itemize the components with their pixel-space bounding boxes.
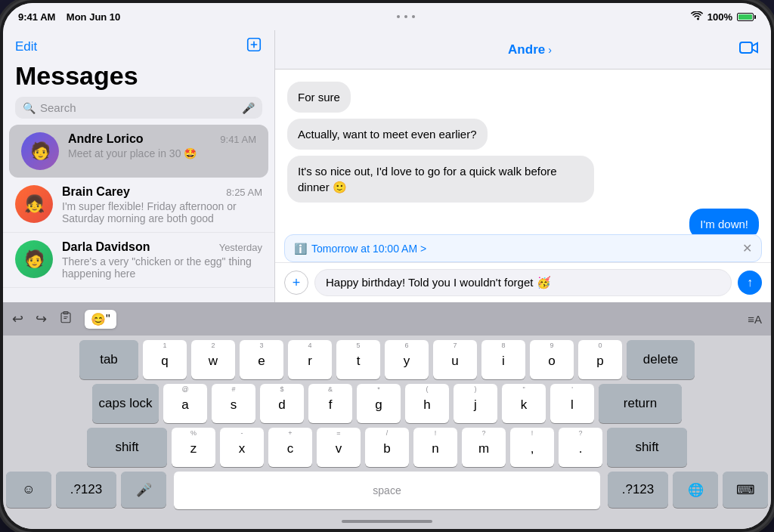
key-v[interactable]: = v [317,428,361,467]
edit-button[interactable]: Edit [15,39,37,54]
toolbar-left: ↩ ↪ 😊" [12,310,116,329]
key-i[interactable]: 8 i [481,340,525,379]
key-c[interactable]: + c [268,428,312,467]
key-m[interactable]: ? m [462,428,506,467]
key-g[interactable]: * g [357,384,401,423]
conv-header-darla: Darla Davidson Yesterday [62,240,262,254]
home-bar [342,520,432,523]
status-right: 100% [691,11,756,23]
key-k[interactable]: " k [502,384,546,423]
conv-header-brain: Brain Carey 8:25 AM [62,185,262,199]
key-comma[interactable]: ! , [510,428,554,467]
avatar-brian: 👧 [15,185,53,223]
conversation-list: 🧑 Andre Lorico 9:41 AM Meet at your plac… [3,125,274,302]
mic-icon[interactable]: 🎤 [242,102,255,114]
conv-time-andre: 9:41 AM [220,134,256,145]
key-a[interactable]: @ a [163,384,207,423]
key-row-2: caps lock @ a # s $ d & [6,384,768,423]
emoji-key[interactable]: ☺ [6,472,51,508]
dot-3 [412,15,415,18]
conversation-item-andre[interactable]: 🧑 Andre Lorico 9:41 AM Meet at your plac… [9,125,268,178]
key-s[interactable]: # s [212,384,255,423]
key-w[interactable]: 2 w [191,340,235,379]
key-t[interactable]: 5 t [336,340,380,379]
keyboard-rows: tab 1 q 2 w 3 e 4 [3,336,771,509]
key-u[interactable]: 7 u [433,340,477,379]
space-key[interactable]: space [174,472,600,509]
return-key[interactable]: return [599,384,682,423]
conversation-item-brain[interactable]: 👧 Brain Carey 8:25 AM I'm super flexible… [3,178,274,233]
key-q[interactable]: 1 q [143,340,187,379]
svg-rect-1 [740,42,752,53]
key-x[interactable]: - x [220,428,264,467]
message-3: It's so nice out, I'd love to go for a q… [287,156,594,203]
emoji-suggestion[interactable]: 😊" [85,310,116,329]
num-left-key[interactable]: .?123 [56,472,116,508]
key-b[interactable]: / b [365,428,409,467]
add-attachment-button[interactable]: + [284,271,308,295]
chat-panel: Andre › For sure Actuall [275,30,771,302]
key-p[interactable]: 0 p [578,340,622,379]
key-l[interactable]: ' l [550,384,594,423]
redo-button[interactable]: ↪ [36,311,47,327]
message-1: For sure [287,82,351,113]
caps-lock-key[interactable]: caps lock [92,384,159,423]
conv-time-brain: 8:25 AM [226,187,262,198]
tab-key[interactable]: tab [79,340,138,379]
search-bar[interactable]: 🔍 Search 🎤 [15,97,262,119]
ipad-device: 9:41 AM Mon Jun 10 100% [0,0,774,532]
format-button[interactable]: ≡A [748,313,762,326]
intl-key[interactable]: 🌐 [673,472,718,508]
chat-contact-name[interactable]: Andre [508,42,545,57]
conv-preview-brain: I'm super flexible! Friday afternoon or … [62,200,262,224]
key-h[interactable]: ( h [405,384,449,423]
battery-icon [737,13,756,21]
avatar-darla: 🧑 [15,240,53,278]
hide-keyboard-key[interactable]: ⌨ [723,472,768,508]
home-indicator [3,514,771,529]
mic-key[interactable]: 🎤 [121,472,166,508]
key-f[interactable]: & f [308,384,352,423]
left-shift-key[interactable]: shift [87,428,167,467]
compose-button[interactable] [246,36,262,57]
key-r[interactable]: 4 r [288,340,332,379]
reminder-text: Tomorrow at 10:00 AM > [311,243,426,255]
chevron-right-icon: › [548,44,552,56]
message-input-field[interactable]: Happy birthday! Told you I wouldn't forg… [314,269,732,296]
delete-key[interactable]: delete [627,340,695,379]
key-row-bottom: ☺ .?123 🎤 space .?123 🌐 [6,472,768,509]
conv-content-andre: Andre Lorico 9:41 AM Meet at your place … [68,132,256,170]
key-row-3: shift % z - x + c = [6,428,768,467]
chat-header-center: Andre › [508,42,552,57]
send-message-button[interactable]: ↑ [738,271,762,295]
key-z[interactable]: % z [172,428,215,467]
device-screen: 9:41 AM Mon Jun 10 100% [3,3,771,529]
reminder-banner[interactable]: ℹ️ Tomorrow at 10:00 AM > ✕ [284,234,762,262]
messages-sidebar: Edit Messages 🔍 Search 🎤 [3,30,275,302]
video-call-button[interactable] [739,40,759,60]
avatar-andre: 🧑 [21,132,59,170]
key-y[interactable]: 6 y [385,340,429,379]
key-period[interactable]: ? . [559,428,602,467]
key-n[interactable]: ! n [413,428,457,467]
message-2: Actually, want to meet even earlier? [287,119,488,150]
reminder-close-button[interactable]: ✕ [742,241,752,255]
keyboard: ↩ ↪ 😊" ≡A [3,302,771,529]
num-right-key[interactable]: .?123 [608,472,668,508]
chat-input-area: + Happy birthday! Told you I wouldn't fo… [275,262,771,302]
key-o[interactable]: 9 o [530,340,574,379]
key-j[interactable]: ) j [454,384,497,423]
conv-preview-andre: Meet at your place in 30 🤩 [68,147,256,159]
undo-button[interactable]: ↩ [12,311,23,327]
paste-button[interactable] [59,311,73,328]
app-container: Edit Messages 🔍 Search 🎤 [3,30,771,302]
right-shift-key[interactable]: shift [607,428,687,467]
status-time-date: 9:41 AM Mon Jun 10 [18,11,120,23]
sidebar-header: Edit [3,30,274,60]
conversation-item-darla[interactable]: 🧑 Darla Davidson Yesterday There's a ver… [3,233,274,288]
dot-1 [397,15,400,18]
key-d[interactable]: $ d [260,384,304,423]
reminder-info-icon: ℹ️ [294,243,307,255]
key-e[interactable]: 3 e [240,340,283,379]
conv-name-brain: Brain Carey [62,185,130,199]
